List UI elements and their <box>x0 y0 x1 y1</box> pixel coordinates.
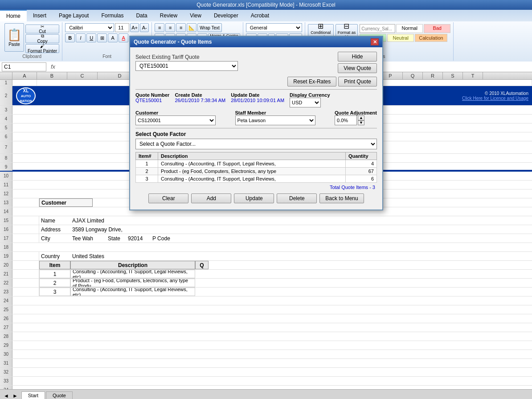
col-header-q[interactable]: Q <box>403 72 423 79</box>
adjustment-down[interactable]: ▼ <box>358 120 364 125</box>
sheet-scroll-left[interactable]: ◄ <box>2 393 11 399</box>
customer-section-header: Customer <box>39 198 93 207</box>
tab-insert[interactable]: Insert <box>27 10 53 21</box>
select-quote-row: Select Existing Tariff Quote QTE150001 H… <box>135 52 377 73</box>
format-as-table-button[interactable]: ⊟ Format asTable▾ <box>336 24 358 37</box>
select-quote-dropdown[interactable]: QTE150001 <box>135 61 238 71</box>
quote-adjustment-input[interactable] <box>335 115 357 125</box>
orient-button[interactable]: 📐 <box>187 23 196 32</box>
tab-formulas[interactable]: Formulas <box>95 10 130 21</box>
font-label: Font <box>102 54 111 60</box>
bold-button[interactable]: B <box>65 33 75 42</box>
paste-icon: 📋 <box>7 28 21 42</box>
item2-desc: Product - (eg Food, Computers, Electroni… <box>70 279 195 287</box>
sheet-tab-quote[interactable]: Quote <box>46 391 73 399</box>
add-button[interactable]: Add <box>191 193 231 203</box>
adjustment-spinner: ▲ ▼ <box>358 115 364 125</box>
customer-select[interactable]: CS120001 <box>135 115 216 125</box>
cell-desc: Product - (eg Food, Computers, Electroni… <box>158 168 346 175</box>
sheet-scroll-right[interactable]: ► <box>11 393 20 399</box>
reset-ex-rates-button[interactable]: Reset Ex-Rates <box>287 77 336 86</box>
quote-number-value[interactable]: QTE150001 <box>135 98 169 103</box>
item1-num: 1 <box>39 270 70 278</box>
tab-review[interactable]: Review <box>154 10 184 21</box>
cell-a1[interactable] <box>12 80 37 86</box>
align-right-button[interactable]: ≡ <box>176 23 186 32</box>
bad-badge[interactable]: Bad <box>424 24 450 33</box>
quote-items-dialog: Quote Generator - Quote Items ✕ Select E… <box>129 36 383 210</box>
tab-home[interactable]: Home <box>0 10 27 21</box>
print-quote-button[interactable]: Print Quote <box>338 77 377 86</box>
quote-factor-select[interactable]: Select a Quote Factor... <box>135 139 377 149</box>
copy-button[interactable]: ⧉ Copy <box>25 34 59 43</box>
tab-acrobat[interactable]: Acrobat <box>245 10 275 21</box>
italic-button[interactable]: I <box>76 33 86 42</box>
col-header-r[interactable]: R <box>423 72 443 79</box>
wrap-text-button[interactable]: Wrap Text <box>197 23 222 32</box>
title-bar: Quote Generator.xls [Compatibility Mode]… <box>0 0 532 10</box>
row-15: 15 Name AJAX Limited <box>0 216 532 225</box>
sheet-tabs: ◄ ► Start Quote <box>0 389 532 399</box>
staff-member-select[interactable]: Peta Lawson <box>235 115 315 125</box>
tab-view[interactable]: View <box>184 10 208 21</box>
col-header-b[interactable]: B <box>37 72 67 79</box>
row-27: 27 <box>0 323 532 332</box>
row-21: 21 1 Consulting - (Accounting, IT Suppor… <box>0 270 532 279</box>
col-header-a[interactable]: A <box>12 72 37 79</box>
cell-reference[interactable] <box>2 62 46 71</box>
font-grow-button[interactable]: A+ <box>130 23 139 32</box>
row-22: 22 2 Product - (eg Food, Computers, Elec… <box>0 279 532 288</box>
tab-developer[interactable]: Developer <box>208 10 245 21</box>
tab-data[interactable]: Data <box>130 10 153 21</box>
normal-badge[interactable]: Normal <box>396 24 423 33</box>
hide-button[interactable]: Hide <box>338 52 377 62</box>
item-header: Item <box>39 261 70 269</box>
view-quote-button[interactable]: View Quote <box>338 63 377 73</box>
fill-color-button[interactable]: A <box>108 33 118 42</box>
sheet-tab-start[interactable]: Start <box>21 391 45 399</box>
conditional-formatting-button[interactable]: ⊞ ConditionalFormatting▾ <box>308 24 334 37</box>
col-header-t[interactable]: T <box>463 72 483 79</box>
city-label-cell: City <box>39 234 70 243</box>
state-label-cell: State <box>106 234 126 243</box>
align-left-button[interactable]: ≡ <box>155 23 164 32</box>
calculation-badge[interactable]: Calculation <box>415 34 447 42</box>
back-to-menu-button[interactable]: Back to Menu <box>319 193 364 203</box>
delete-button[interactable]: Delete <box>277 193 317 203</box>
desc-header: Description <box>70 261 195 269</box>
dialog-title: Quote Generator - Quote Items <box>134 39 212 45</box>
font-size-input[interactable] <box>115 23 129 32</box>
border-button[interactable]: ⊞ <box>97 33 107 42</box>
display-currency-select[interactable]: USD <box>290 98 321 107</box>
underline-button[interactable]: U <box>86 33 96 42</box>
font-shrink-button[interactable]: A- <box>140 23 149 32</box>
clear-button[interactable]: Clear <box>148 193 188 203</box>
update-button[interactable]: Update <box>234 193 274 203</box>
neutral-badge[interactable]: Neutral <box>387 34 414 42</box>
tab-page-layout[interactable]: Page Layout <box>53 10 95 21</box>
cell-item: 3 <box>136 175 158 183</box>
currency-sal-input[interactable] <box>360 24 395 33</box>
font-color-button[interactable]: A <box>119 33 128 42</box>
select-quote-factor-row: Select Quote Factor Select a Quote Facto… <box>135 131 377 149</box>
col-header-c[interactable]: C <box>67 72 98 79</box>
logo-cell: XLAUTOMATION <box>12 86 39 105</box>
dialog-titlebar: Quote Generator - Quote Items ✕ <box>130 37 382 47</box>
align-center-button[interactable]: ≡ <box>165 23 175 32</box>
col-header-s[interactable]: S <box>443 72 463 79</box>
format-painter-button[interactable]: 🖌 Format Painter <box>25 44 59 53</box>
dialog-close-button[interactable]: ✕ <box>371 38 379 45</box>
paste-button[interactable]: 📋 Paste <box>4 23 24 52</box>
font-name-select[interactable]: Calibri <box>65 23 114 32</box>
cell-qty: 6 <box>346 175 377 183</box>
number-format-select[interactable]: General <box>246 23 302 32</box>
row-24: 24 <box>0 296 532 305</box>
item3-desc: Consulting - (Accounting, IT Support, Le… <box>70 288 195 296</box>
pcode-label-cell: P Code <box>151 234 175 243</box>
cut-button[interactable]: ✂ Cut <box>25 25 59 33</box>
adjustment-up[interactable]: ▲ <box>358 115 364 120</box>
license-link[interactable]: Click Here for Licence and Usage <box>462 96 528 101</box>
row-25: 25 <box>0 305 532 314</box>
clipboard-label: Clipboard <box>22 54 41 60</box>
name-label-cell: Name <box>39 216 70 225</box>
